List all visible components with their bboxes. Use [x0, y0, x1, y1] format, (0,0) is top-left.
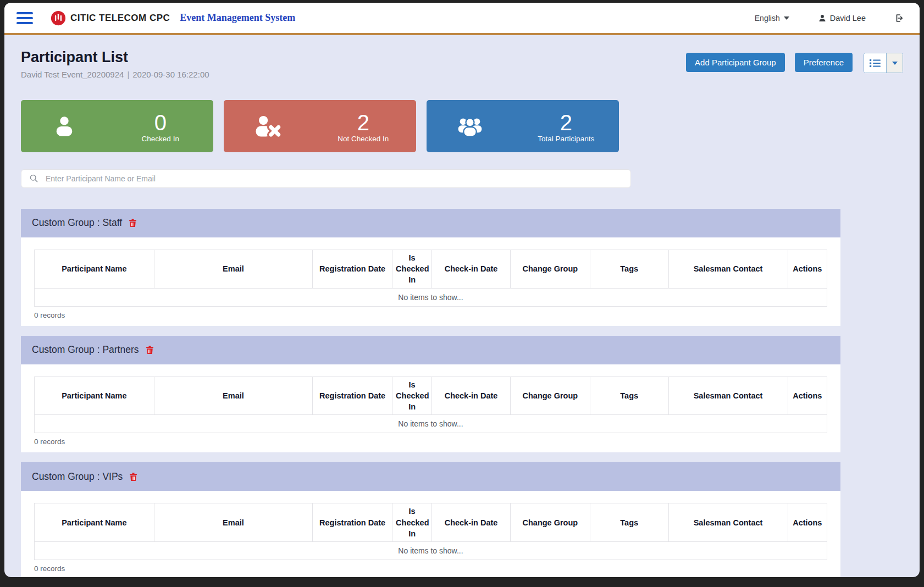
column-header: Email: [154, 376, 312, 415]
app-window: CITIC TELECOM CPC Event Management Syste…: [4, 3, 920, 577]
language-label: English: [755, 14, 780, 23]
group-header: Custom Group : VIPs: [21, 462, 840, 491]
group-panel-vips: Custom Group : VIPs: [21, 462, 840, 577]
group-header: Custom Group : Partners: [21, 336, 840, 364]
column-header: Is Checked In: [392, 376, 432, 415]
user-menu[interactable]: David Lee: [818, 14, 866, 23]
records-count: 0 records: [34, 564, 827, 573]
table-header-row: Participant Name Email Registration Date…: [35, 250, 827, 288]
checked-in-card: 0 Checked In: [21, 100, 213, 152]
column-header: Tags: [590, 376, 668, 415]
group-panel-partners: Custom Group : Partners: [21, 336, 840, 453]
column-header: Is Checked In: [392, 250, 432, 288]
checked-in-count: 0: [154, 111, 167, 134]
preference-button[interactable]: Preference: [795, 53, 853, 72]
column-header: Change Group: [510, 250, 590, 288]
column-header: Actions: [788, 503, 827, 542]
event-name: David Test Event_20200924: [21, 70, 124, 79]
user-name: David Lee: [830, 14, 866, 23]
page-title: Participant List: [21, 49, 209, 66]
column-header: Is Checked In: [392, 503, 432, 542]
column-header: Registration Date: [313, 503, 392, 542]
search-input[interactable]: [21, 169, 631, 188]
column-header: Tags: [590, 250, 668, 288]
event-time: 2020-09-30 16:22:00: [132, 70, 209, 79]
total-participants-label: Total Participants: [538, 135, 594, 143]
person-icon: [53, 114, 76, 137]
logout-icon: [894, 13, 904, 23]
column-header: Salesman Contact: [668, 376, 788, 415]
list-icon: [870, 59, 881, 68]
user-icon: [818, 14, 827, 23]
column-header: Actions: [788, 376, 827, 415]
column-header: Participant Name: [35, 376, 154, 415]
column-header: Registration Date: [313, 376, 392, 415]
language-dropdown[interactable]: English: [755, 14, 789, 23]
brand-name: CITIC TELECOM CPC: [70, 13, 170, 24]
person-x-icon: [253, 114, 281, 138]
people-icon: [456, 114, 484, 137]
group-title: Custom Group : VIPs: [32, 471, 123, 483]
stat-cards: 0 Checked In 2: [21, 100, 903, 152]
column-header: Participant Name: [35, 250, 154, 288]
citic-logo-icon: [51, 10, 66, 26]
column-header: Change Group: [510, 376, 590, 415]
logout-button[interactable]: [894, 13, 904, 23]
subtitle-separator: |: [127, 70, 129, 79]
column-header: Email: [154, 503, 312, 542]
column-header: Actions: [788, 250, 827, 288]
list-view-button[interactable]: [864, 53, 886, 73]
empty-row: No items to show...: [35, 542, 827, 560]
add-participant-group-button[interactable]: Add Participant Group: [686, 53, 785, 72]
event-subtitle: David Test Event_20200924|2020-09-30 16:…: [21, 70, 209, 79]
participants-table: Participant Name Email Registration Date…: [34, 250, 827, 307]
column-header: Check-in Date: [432, 250, 511, 288]
group-panel-staff: Custom Group : Staff: [21, 209, 840, 326]
top-navbar: CITIC TELECOM CPC Event Management Syste…: [4, 3, 920, 35]
empty-message: No items to show...: [35, 288, 827, 306]
column-header: Tags: [590, 503, 668, 542]
menu-icon[interactable]: [16, 12, 33, 24]
participants-table: Participant Name Email Registration Date…: [34, 503, 827, 560]
app-title: Event Management System: [180, 12, 295, 24]
column-header: Participant Name: [35, 503, 154, 542]
view-mode-dropdown-button[interactable]: [886, 53, 903, 73]
column-header: Salesman Contact: [668, 503, 788, 542]
column-header: Check-in Date: [432, 503, 511, 542]
participants-table: Participant Name Email Registration Date…: [34, 376, 827, 434]
table-header-row: Participant Name Email Registration Date…: [35, 376, 827, 415]
empty-message: No items to show...: [35, 542, 827, 560]
empty-row: No items to show...: [35, 288, 827, 306]
chevron-down-icon: [784, 16, 789, 20]
records-count: 0 records: [34, 438, 827, 446]
records-count: 0 records: [34, 311, 827, 319]
column-header: Registration Date: [313, 250, 392, 288]
delete-group-icon[interactable]: [145, 345, 155, 355]
checked-in-label: Checked In: [142, 135, 179, 143]
table-header-row: Participant Name Email Registration Date…: [35, 503, 827, 542]
not-checked-in-card: 2 Not Checked In: [224, 100, 416, 152]
chevron-down-icon: [892, 62, 898, 65]
group-title: Custom Group : Staff: [32, 217, 122, 229]
search-bar: [21, 169, 631, 188]
group-header: Custom Group : Staff: [21, 209, 840, 237]
view-mode-split-button: [864, 53, 903, 73]
search-icon: [29, 174, 38, 183]
not-checked-in-count: 2: [357, 111, 369, 134]
delete-group-icon[interactable]: [128, 218, 138, 228]
not-checked-in-label: Not Checked In: [337, 135, 389, 143]
group-title: Custom Group : Partners: [32, 344, 139, 356]
column-header: Change Group: [510, 503, 590, 542]
column-header: Check-in Date: [432, 376, 511, 415]
delete-group-icon[interactable]: [128, 472, 139, 482]
total-participants-card: 2 Total Participants: [427, 100, 619, 152]
empty-row: No items to show...: [35, 415, 827, 433]
column-header: Salesman Contact: [668, 250, 788, 288]
total-participants-count: 2: [560, 111, 572, 134]
column-header: Email: [154, 250, 312, 288]
empty-message: No items to show...: [35, 415, 827, 433]
